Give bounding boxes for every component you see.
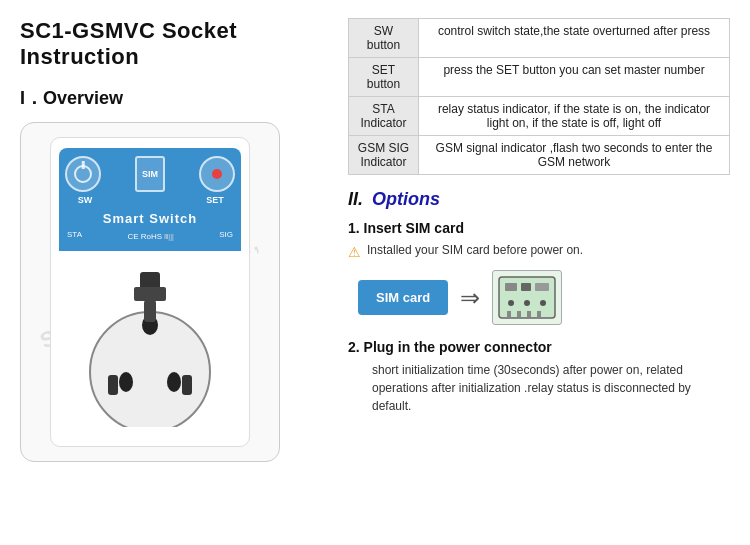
set-button-circle <box>199 156 235 192</box>
table-row: GSM SIG Indicator GSM signal indicator ,… <box>349 136 730 175</box>
device-card: SIM SW SET Smart Switch STA <box>50 137 250 447</box>
row-desc-2: relay status indicator, if the state is … <box>419 97 730 136</box>
svg-rect-1 <box>134 287 166 301</box>
table-row: SW button control switch state,the state… <box>349 19 730 58</box>
sig-label: SIG <box>219 230 233 241</box>
page: SC1-GSMVC Socket Instruction I．Overview … <box>0 0 750 545</box>
sim-label <box>135 195 165 205</box>
row-label-3: GSM SIG Indicator <box>349 136 419 175</box>
set-label: SET <box>197 195 233 205</box>
svg-rect-15 <box>527 311 531 317</box>
table-row: STA Indicator relay status indicator, if… <box>349 97 730 136</box>
svg-rect-12 <box>535 283 549 291</box>
certifications: CE RoHS ⅲ||| <box>127 232 173 241</box>
socket-diagram <box>80 267 220 427</box>
row-label-1: SET button <box>349 58 419 97</box>
info-table: SW button control switch state,the state… <box>348 18 730 175</box>
svg-rect-10 <box>505 283 517 291</box>
options-heading: II. Options <box>348 189 730 210</box>
button-labels-row: SW SET <box>65 195 235 205</box>
device-illustration: SHYSKY TECH CO., SIM <box>20 122 280 462</box>
bottom-labels-row: STA CE RoHS ⅲ||| SIG <box>65 230 235 241</box>
svg-rect-13 <box>507 311 511 317</box>
svg-point-4 <box>119 372 133 392</box>
pcb-svg <box>497 275 557 320</box>
options-text: Options <box>372 189 440 209</box>
sim-card-label: SIM card <box>358 280 448 315</box>
device-top-panel: SIM SW SET Smart Switch STA <box>59 148 241 251</box>
set-dot-icon <box>212 169 222 179</box>
main-title: SC1-GSMVC Socket Instruction <box>20 18 330 70</box>
row-desc-0: control switch state,the state overturne… <box>419 19 730 58</box>
device-buttons-row: SIM <box>65 156 235 192</box>
row-desc-1: press the SET button you can set master … <box>419 58 730 97</box>
svg-rect-16 <box>537 311 541 317</box>
svg-rect-11 <box>521 283 531 291</box>
warning-text: Installed your SIM card before power on. <box>367 243 583 257</box>
svg-point-19 <box>540 300 546 306</box>
device-name-label: Smart Switch <box>103 211 197 226</box>
svg-rect-6 <box>144 300 156 322</box>
insert-sim-heading: 1. Insert SIM card <box>348 220 730 236</box>
sim-text: SIM <box>142 169 158 179</box>
table-row: SET button press the SET button you can … <box>349 58 730 97</box>
plug-power-heading: 2. Plug in the power connector <box>348 339 730 355</box>
arrow-icon: ⇒ <box>460 284 480 312</box>
svg-point-17 <box>508 300 514 306</box>
row-desc-3: GSM signal indicator ,flash two seconds … <box>419 136 730 175</box>
svg-rect-14 <box>517 311 521 317</box>
svg-rect-7 <box>108 375 118 395</box>
socket-area <box>59 251 241 438</box>
left-column: SC1-GSMVC Socket Instruction I．Overview … <box>20 18 330 531</box>
sta-label: STA <box>67 230 82 241</box>
svg-point-5 <box>167 372 181 392</box>
pcb-diagram <box>492 270 562 325</box>
sim-slot: SIM <box>135 156 165 192</box>
sim-diagram: SIM card ⇒ <box>358 270 730 325</box>
svg-point-18 <box>524 300 530 306</box>
overview-heading: I．Overview <box>20 86 330 110</box>
row-label-0: SW button <box>349 19 419 58</box>
warning-row: ⚠ Installed your SIM card before power o… <box>348 243 730 260</box>
row-label-2: STA Indicator <box>349 97 419 136</box>
cert-text: CE RoHS ⅲ||| <box>127 232 173 241</box>
sw-button-circle <box>65 156 101 192</box>
warning-icon: ⚠ <box>348 244 361 260</box>
options-roman: II. <box>348 189 363 209</box>
sw-label: SW <box>67 195 103 205</box>
plug-power-text: short initialization time (30seconds) af… <box>372 361 730 415</box>
right-column: SW button control switch state,the state… <box>348 18 730 531</box>
svg-rect-8 <box>182 375 192 395</box>
sw-icon <box>74 165 92 183</box>
